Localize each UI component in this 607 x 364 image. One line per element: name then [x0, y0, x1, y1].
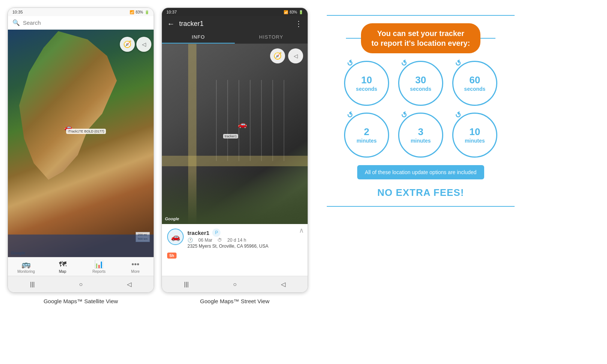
circle-value-0: 10: [356, 74, 377, 86]
interval-circle-1: ↺ 30 seconds: [398, 61, 443, 106]
tracker-info-panel: ∧ 🚗 tracker1 P 🕐 06 Mar ⏱ 20 d 14 h: [162, 224, 308, 276]
aerial-navigate[interactable]: ◁: [288, 48, 303, 63]
tracker-name-row: tracker1 P: [187, 229, 302, 237]
circle-value-2: 60: [464, 74, 486, 86]
no-fee-text: All of these location update options are…: [365, 169, 476, 175]
tracker-car-pin: 🚗: [238, 120, 247, 129]
android-nav-1: ||| ○ ◁: [8, 276, 154, 292]
interval-circle-4: ↺ 3 minutes: [398, 113, 443, 158]
phone-screen-2: 10:37 📶 83% 🔋 ← tracker1 ⋮ INFO HISTORY: [162, 8, 308, 304]
search-icon: 🔍: [12, 19, 20, 26]
map-icon: 🗺: [59, 260, 66, 269]
status-bar-2: 10:37 📶 83% 🔋: [162, 8, 308, 16]
tracker-details: tracker1 P 🕐 06 Mar ⏱ 20 d 14 h 2325 Mye…: [187, 229, 302, 249]
duration-icon: ⏱: [217, 238, 222, 243]
caption-screen-2: Google Maps™ Street View: [200, 298, 270, 304]
battery-icon: 🔋: [145, 10, 149, 14]
no-fee-banner: All of these location update options are…: [357, 165, 484, 179]
interval-circle-5: ↺ 10 minutes: [452, 113, 497, 158]
search-bar: 🔍: [8, 16, 154, 30]
road-vertical: [188, 44, 196, 224]
circle-value-5: 10: [465, 126, 485, 138]
tracker-device-name: tracker1: [187, 230, 209, 236]
arrow-icon-0: ↺: [345, 58, 355, 69]
teal-line-bottom: [327, 206, 515, 207]
tracker-info-row: 🚗 tracker1 P 🕐 06 Mar ⏱ 20 d 14 h 2325 M…: [167, 229, 302, 249]
time-badge: 5h: [167, 253, 177, 259]
arrow-icon-5: ↺: [453, 110, 463, 120]
nav-more[interactable]: ••• More: [122, 260, 149, 274]
nav-monitoring[interactable]: 🚌 Monitoring: [13, 260, 39, 274]
battery-label-2: 83%: [290, 10, 297, 14]
tracker-date-row: 🕐 06 Mar ⏱ 20 d 14 h: [187, 238, 302, 243]
search-input[interactable]: [23, 20, 149, 26]
parking-icon: P: [212, 229, 220, 237]
satellite-map-container[interactable]: 🔍 🧭 ◁ 🚗 iTrack1TE BOLD (0177) 200 mi500 …: [8, 16, 154, 257]
circle-value-4: 3: [411, 126, 431, 138]
circle-value-1: 30: [410, 74, 432, 86]
interval-circle-3: ↺ 2 minutes: [344, 113, 389, 158]
android-recents-2[interactable]: |||: [177, 280, 196, 289]
status-time-2: 10:37: [166, 10, 177, 14]
compass-icon: 🧭: [123, 40, 131, 48]
tracker-address: 2325 Myers St, Oroville, CA 95966, USA: [187, 244, 302, 249]
android-nav-2: ||| ○ ◁: [162, 276, 308, 292]
reports-icon: 📊: [94, 260, 104, 269]
compass-button[interactable]: 🧭: [120, 37, 135, 52]
aerial-compass[interactable]: 🧭: [270, 48, 285, 63]
headline-text: You can set your tracker to report it's …: [371, 29, 470, 48]
navigate-button[interactable]: ◁: [136, 37, 151, 52]
circle-unit-4: minutes: [411, 138, 431, 144]
road-horizontal: [162, 156, 308, 166]
android-home[interactable]: ○: [71, 280, 90, 289]
signal-icon: 📶: [130, 10, 134, 14]
tab-history[interactable]: HISTORY: [235, 31, 308, 44]
badge-row: 5h: [167, 252, 302, 259]
headline-line2: to report it's location every:: [371, 39, 470, 47]
back-button[interactable]: ←: [167, 20, 175, 28]
interval-circle-2: ↺ 60 seconds: [452, 61, 497, 106]
no-extra-fees-text: NO EXTRA FEES!: [377, 187, 464, 199]
tracker-device-icon: 🚗: [171, 232, 180, 241]
headline-box: You can set your tracker to report it's …: [361, 23, 481, 53]
google-logo-2: Google: [165, 217, 179, 221]
intervals-grid: ↺ 10 seconds ↺ 30 seconds ↺ 60 seconds ↺…: [344, 61, 497, 158]
headline-line1: You can set your tracker: [377, 29, 464, 38]
bottom-nav-1: 🚌 Monitoring 🗺 Map 📊 Reports ••• More: [8, 257, 154, 276]
tracker-app-header: ← tracker1 ⋮: [162, 16, 308, 31]
circle-unit-0: seconds: [356, 86, 377, 92]
phone-screen-1: 10:35 📶 83% 🔋 🔍 🧭 ◁ 🚗 i: [8, 8, 154, 304]
tracker-info-section: You can set your tracker to report it's …: [316, 8, 526, 214]
circle-value-3: 2: [356, 126, 377, 138]
nav-reports[interactable]: 📊 Reports: [86, 260, 112, 274]
circle-unit-3: minutes: [356, 138, 377, 144]
aerial-map-container[interactable]: 🚗 tracker1 🧭 ◁ Google: [162, 44, 308, 224]
teal-line-top: [327, 15, 515, 16]
android-recents[interactable]: |||: [23, 280, 42, 289]
nav-more-label: More: [131, 269, 140, 274]
status-icons-1: 📶 83% 🔋: [130, 10, 149, 14]
tracker-car-label: tracker1: [223, 134, 239, 138]
nav-reports-label: Reports: [92, 269, 106, 274]
more-menu-button[interactable]: ⋮: [295, 19, 302, 28]
left-teal-bar: [346, 38, 361, 39]
collapse-button[interactable]: ∧: [299, 226, 304, 235]
circle-unit-5: minutes: [465, 138, 485, 144]
android-back[interactable]: ◁: [119, 279, 139, 289]
tracker-duration: 20 d 14 h: [227, 238, 246, 243]
tracker-tabs: INFO HISTORY: [162, 31, 308, 44]
arrow-icon-2: ↺: [453, 58, 463, 69]
satellite-map: 🧭 ◁ 🚗 iTrack1TE BOLD (0177) 200 mi500 km…: [8, 16, 154, 257]
interval-circle-0: ↺ 10 seconds: [344, 61, 389, 106]
tracker-date: 06 Mar: [198, 238, 212, 243]
tab-info[interactable]: INFO: [162, 31, 235, 44]
google-logo-1: Google: [11, 251, 25, 255]
aerial-map: 🚗 tracker1 🧭 ◁ Google: [162, 44, 308, 224]
android-home-2[interactable]: ○: [225, 280, 244, 289]
clock-icon: 🕐: [187, 238, 193, 243]
arrow-icon-3: ↺: [345, 110, 355, 120]
android-back-2[interactable]: ◁: [273, 279, 293, 289]
aerial-navigate-icon: ◁: [294, 53, 298, 59]
caption-screen-1: Google Maps™ Satellite View: [44, 298, 118, 304]
nav-map[interactable]: 🗺 Map: [50, 260, 76, 274]
